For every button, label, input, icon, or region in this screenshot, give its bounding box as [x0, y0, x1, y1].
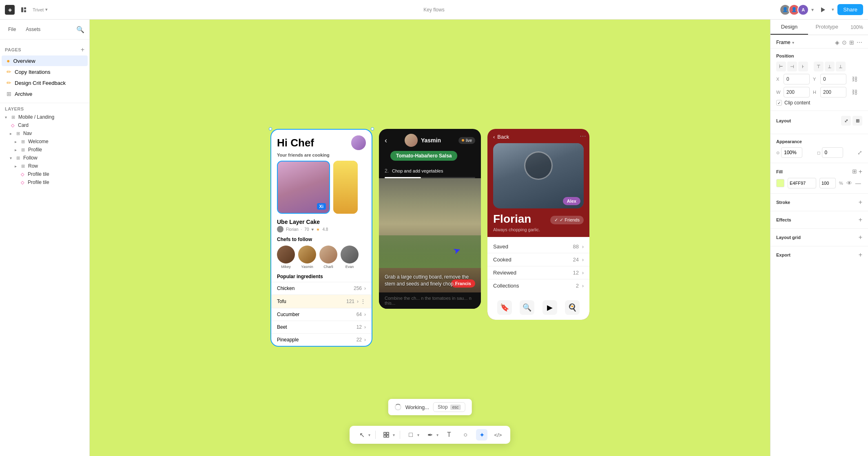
- w-input[interactable]: [784, 87, 810, 97]
- page-item-design-crit[interactable]: ✏ Design Crit Feedback: [2, 77, 88, 88]
- chef-mikey[interactable]: Mikey: [277, 246, 295, 269]
- ingredient-cucumber[interactable]: Cucumber 64 ›: [271, 308, 372, 321]
- chef-evan[interactable]: Evan: [341, 246, 359, 269]
- opacity-input[interactable]: [781, 147, 802, 158]
- share-button[interactable]: Share: [837, 4, 863, 15]
- add-page-button[interactable]: +: [81, 46, 84, 53]
- frame-select[interactable]: Frame ▾: [776, 40, 794, 45]
- y-input-group: Y: [813, 74, 846, 84]
- code-tool[interactable]: </>: [492, 429, 504, 441]
- stop-button[interactable]: Stop esc: [433, 402, 465, 412]
- file-menu[interactable]: File: [5, 25, 19, 33]
- play-dropdown[interactable]: ▾: [832, 7, 834, 12]
- align-left-btn[interactable]: ⊢: [776, 62, 786, 71]
- link-wh-btn[interactable]: ⛓: [850, 87, 859, 97]
- p3-friends-button[interactable]: ✓ ✓ Friends: [550, 216, 584, 224]
- align-top-btn[interactable]: ⊤: [814, 62, 824, 71]
- layout-grid-add-btn[interactable]: +: [859, 234, 862, 241]
- fill-visibility-btn[interactable]: 👁: [846, 180, 852, 186]
- fill-add-btn[interactable]: +: [859, 168, 862, 175]
- panel-copy-icon[interactable]: ⊞: [849, 39, 854, 46]
- fill-opacity-input[interactable]: [819, 178, 836, 188]
- pen-tool[interactable]: ✒: [424, 429, 436, 441]
- fill-more-btn[interactable]: —: [855, 180, 861, 186]
- frame-tool-arrow[interactable]: ▾: [393, 433, 395, 437]
- assets-menu[interactable]: Assets: [22, 25, 44, 33]
- p3-cooking-icon[interactable]: 🍳: [565, 300, 580, 315]
- layer-mobile-landing[interactable]: ▾ ⊞ Mobile / Landing: [0, 113, 89, 121]
- appearance-expand-btn[interactable]: ⤢: [857, 149, 862, 156]
- page-item-archive[interactable]: ⊞ Archive: [2, 89, 88, 99]
- export-add-btn[interactable]: +: [859, 251, 862, 259]
- align-center-btn[interactable]: ⊣: [787, 62, 797, 71]
- avatar-dropdown[interactable]: ▾: [811, 7, 814, 13]
- p3-back-area[interactable]: ‹ Back: [487, 129, 589, 143]
- preview-button[interactable]: [817, 4, 828, 15]
- panel-more-icon[interactable]: ⋯: [857, 39, 862, 46]
- tab-prototype[interactable]: Prototype: [808, 20, 846, 35]
- effects-add-btn[interactable]: +: [859, 216, 862, 224]
- search-button[interactable]: 🔍: [76, 26, 84, 33]
- chef-charli[interactable]: Charli: [319, 246, 337, 269]
- tab-design[interactable]: Design: [771, 20, 808, 35]
- h-input[interactable]: [820, 87, 846, 97]
- cursor-tool-arrow[interactable]: ▾: [368, 433, 370, 437]
- ingredient-pineapple[interactable]: Pineapple 22 ›: [271, 333, 372, 346]
- x-input[interactable]: [784, 74, 810, 84]
- y-input[interactable]: [820, 74, 846, 84]
- layout-toggle[interactable]: [18, 4, 29, 15]
- p2-vegetable-area: [379, 235, 481, 268]
- page-item-overview[interactable]: ● Overview: [2, 55, 88, 66]
- layer-nav[interactable]: ▸ ⊞ Nav: [0, 129, 89, 137]
- ingredient-chicken[interactable]: Chicken 256 ›: [271, 282, 372, 294]
- phone3-more-icon[interactable]: ⋯: [580, 132, 586, 140]
- align-middle-btn[interactable]: ⊥: [825, 62, 835, 71]
- layer-profile[interactable]: ▸ ⊞ Profile: [0, 146, 89, 154]
- ingredient-beet[interactable]: Beet 12 ›: [271, 321, 372, 333]
- radius-input[interactable]: [822, 147, 843, 158]
- phone1-frame[interactable]: Hi Chef Your friends are cooking Xi: [270, 129, 372, 347]
- link-xy-btn[interactable]: ⛓: [850, 74, 859, 84]
- layout-expand-btn[interactable]: ⤢: [841, 116, 851, 126]
- p2-back-button[interactable]: ‹: [385, 136, 387, 145]
- fill-layout-icon[interactable]: ⊞: [852, 168, 857, 175]
- cursor-tool[interactable]: ↖: [356, 429, 368, 441]
- page-item-copy-iterations[interactable]: ✏ Copy Iterations: [2, 66, 88, 77]
- project-title[interactable]: Trivet ▾: [33, 7, 48, 12]
- stat-collections[interactable]: Collections 2 ›: [487, 279, 589, 292]
- layer-follow[interactable]: ▾ ⊞ Follow: [0, 154, 89, 162]
- rect-tool[interactable]: □: [405, 429, 416, 441]
- selection-handle-tr[interactable]: [371, 129, 372, 131]
- stat-cooked[interactable]: Cooked 24 ›: [487, 253, 589, 266]
- align-bottom-btn[interactable]: ⊥: [836, 62, 846, 71]
- p3-play-icon[interactable]: ▶: [542, 300, 557, 315]
- layer-card[interactable]: ◇ Card: [0, 121, 89, 129]
- panel-component-icon[interactable]: ⊙: [842, 39, 847, 46]
- layout-grid-btn[interactable]: ⊞: [852, 116, 862, 126]
- stat-saved[interactable]: Saved 88 ›: [487, 240, 589, 253]
- fill-hex-input[interactable]: [788, 178, 816, 188]
- layer-profile-tile-1[interactable]: ◇ Profile tile: [0, 170, 89, 178]
- rect-tool-arrow[interactable]: ▾: [417, 433, 419, 437]
- frame-tool[interactable]: [381, 429, 392, 441]
- fill-color-swatch[interactable]: [776, 179, 784, 187]
- layer-welcome[interactable]: ▸ ⊞ Welcome: [0, 137, 89, 146]
- stroke-add-btn[interactable]: +: [859, 199, 862, 206]
- layer-profile-tile-2[interactable]: ◇ Profile tile: [0, 178, 89, 186]
- align-right-btn[interactable]: ⊦: [798, 62, 808, 71]
- p3-search-icon[interactable]: 🔍: [520, 300, 534, 315]
- layer-row[interactable]: ▸ ⊞ Row: [0, 162, 89, 170]
- stat-reviewed[interactable]: Reviewed 12 ›: [487, 266, 589, 279]
- ingredient-tofu[interactable]: Tofu 121 › ⋮: [271, 294, 372, 308]
- cake-card-main[interactable]: Xi: [277, 161, 330, 214]
- pen-tool-arrow[interactable]: ▾: [436, 433, 438, 437]
- clip-content-checkbox[interactable]: ✓: [776, 100, 782, 106]
- panel-style-icon[interactable]: ◈: [835, 39, 839, 46]
- comment-tool[interactable]: ○: [460, 429, 471, 441]
- chef-yasmin[interactable]: Yasmin: [298, 246, 316, 269]
- text-tool[interactable]: T: [443, 429, 455, 441]
- selection-handle-tl[interactable]: [270, 129, 272, 131]
- cake-card-secondary[interactable]: [333, 161, 358, 214]
- p3-save-icon[interactable]: 🔖: [497, 300, 512, 315]
- plugin-tool[interactable]: ✦: [476, 429, 487, 441]
